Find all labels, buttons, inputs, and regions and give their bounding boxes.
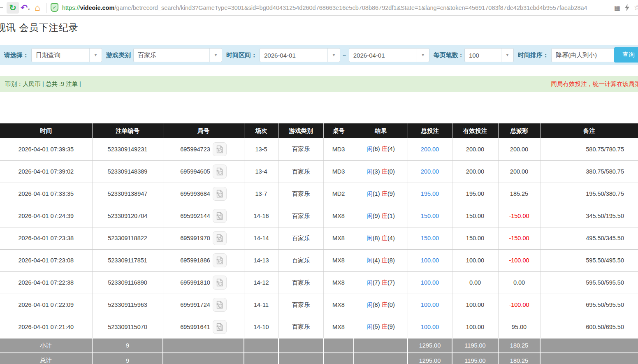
video-replay-button[interactable]: [213, 298, 227, 312]
footer-valid-bet: 1195.00: [452, 353, 498, 364]
session: 13-5: [244, 138, 278, 160]
chevron-down-icon: ▼: [209, 49, 222, 62]
refresh-icon[interactable]: ↻: [7, 2, 19, 14]
footer-empty: [163, 353, 244, 364]
footer-empty: [278, 338, 323, 353]
video-replay-button[interactable]: [213, 187, 227, 201]
round-cell: 695994605: [163, 160, 244, 183]
search-button[interactable]: 查询: [614, 47, 638, 63]
valid-bet: 200.00: [452, 160, 498, 183]
table-id: MD3: [323, 160, 354, 183]
date-to-select[interactable]: 2026-04-01 ▼: [349, 48, 429, 62]
bet-id: 523309120704: [92, 205, 163, 227]
result-player: 闲: [367, 235, 373, 241]
game-type: 百家乐: [278, 316, 323, 338]
query-mode-select[interactable]: 日期查询 ▼: [31, 48, 102, 62]
footer-empty: [323, 338, 354, 353]
home-icon[interactable]: ⌂: [31, 2, 44, 14]
total-bet-cell: 200.00: [408, 160, 452, 183]
table-id: MX8: [323, 205, 354, 227]
note: 595.50/495.50: [540, 249, 638, 271]
url-host: videoie.com: [80, 5, 115, 11]
date-from-select[interactable]: 2026-04-01 ▼: [260, 48, 340, 62]
footer-empty: [278, 353, 323, 364]
bet-time: 2026-04-01 07:23:08: [0, 249, 92, 271]
footer-total-bet: 1295.00: [408, 338, 452, 353]
column-header-10: 备注: [540, 123, 638, 138]
total-bet-link[interactable]: 100.00: [421, 301, 439, 308]
footer-total-bet: 1295.00: [408, 353, 452, 364]
subtotal-row: 小计91295.001195.00180.25: [0, 338, 638, 353]
summary-bar: 币别：人民币 | 总共 :9 注单 | 同局有效投注，统一计算在该局第: [0, 76, 638, 92]
total-bet-link[interactable]: 200.00: [421, 168, 439, 175]
footer-total-payout: 180.25: [498, 338, 540, 353]
result-banker: 庄: [382, 213, 388, 219]
session: 14-13: [244, 249, 278, 271]
total-payout: -150.00: [498, 227, 540, 249]
round-id: 695994605: [180, 168, 210, 175]
valid-bet: 100.00: [452, 316, 498, 338]
video-replay-button[interactable]: [213, 142, 227, 156]
total-bet-cell: 100.00: [408, 271, 452, 294]
bet-time: 2026-04-01 07:22:38: [0, 271, 92, 294]
total-bet-link[interactable]: 100.00: [421, 279, 439, 286]
round-id: 695992144: [180, 213, 210, 219]
footer-empty: [323, 353, 354, 364]
total-bet-link[interactable]: 100.00: [421, 257, 439, 264]
video-replay-button[interactable]: [213, 320, 227, 334]
video-replay-button[interactable]: [213, 209, 227, 223]
footer-total-payout: 180.25: [498, 353, 540, 364]
game-type-select[interactable]: 百家乐 ▼: [133, 48, 222, 62]
result-banker: 庄: [382, 235, 388, 241]
footer-count: 9: [92, 353, 163, 364]
security-shield-icon[interactable]: ✓: [51, 3, 58, 12]
date-range-label: 时间区间：: [226, 51, 257, 59]
round-cell: 695994723: [163, 138, 244, 160]
game-type: 百家乐: [278, 138, 323, 160]
table-row: 2026-04-01 07:23:38523309118822695991970…: [0, 227, 638, 249]
valid-bet: 100.00: [452, 294, 498, 316]
qr-code-icon[interactable]: ▦: [614, 4, 620, 12]
result-banker: 庄: [382, 279, 388, 286]
bet-id: 523309118822: [92, 227, 163, 249]
video-replay-button[interactable]: [213, 165, 227, 179]
date-from-value: 2026-04-01: [260, 49, 327, 62]
column-header-8: 有效投注: [452, 123, 498, 138]
round-id: 695991886: [180, 257, 210, 264]
total-bet-link[interactable]: 100.00: [421, 324, 439, 330]
bet-records-table: 时间注单编号局号场次游戏类别桌号结果总投注有效投注总派彩备注 2026-04-0…: [0, 123, 638, 364]
video-replay-button[interactable]: [213, 231, 227, 245]
footer-note: [540, 338, 638, 353]
video-replay-button[interactable]: [213, 276, 227, 290]
table-row: 2026-04-01 07:23:08523309117851695991886…: [0, 249, 638, 271]
result-player: 闲: [367, 279, 373, 286]
result-banker-value: (4): [387, 146, 395, 152]
session: 14-14: [244, 227, 278, 249]
total-bet-link[interactable]: 200.00: [421, 146, 439, 153]
address-bar[interactable]: https://videoie.com/game/betrecord_searc…: [62, 5, 612, 11]
table-id: MD3: [323, 138, 354, 160]
result-banker-value: (9): [387, 323, 395, 330]
total-bet-cell: 195.00: [408, 183, 452, 205]
lightning-icon[interactable]: [624, 4, 630, 11]
round-id: 695991970: [180, 235, 210, 241]
chevron-down-icon: ▼: [327, 49, 340, 62]
page-size-select[interactable]: 100 ▼: [464, 48, 514, 62]
currency-total-text: 币别：人民币 | 总共 :9 注单 |: [5, 80, 81, 88]
date-to-value: 2026-04-01: [349, 49, 417, 62]
back-icon[interactable]: [0, 7, 3, 8]
total-payout: -100.00: [498, 294, 540, 316]
browser-toolbar: ↻ ↶ ▾ ⌂ ✓ https://videoie.com/game/betre…: [0, 0, 638, 16]
total-bet-link[interactable]: 150.00: [421, 213, 439, 219]
footer-count: 9: [92, 338, 163, 353]
total-bet-link[interactable]: 195.00: [421, 190, 439, 197]
table-row: 2026-04-01 07:39:02523309148389695994605…: [0, 160, 638, 183]
result-banker-value: (9): [387, 190, 395, 197]
video-replay-button[interactable]: [213, 253, 227, 267]
bookmark-star-icon[interactable]: ☆: [634, 3, 638, 12]
undo-icon[interactable]: ↶ ▾: [19, 2, 31, 14]
result-player: 闲: [367, 323, 373, 330]
table-row: 2026-04-01 07:22:09523309115963695991724…: [0, 294, 638, 316]
total-bet-link[interactable]: 150.00: [421, 235, 439, 241]
note: 600.50/695.50: [540, 316, 638, 338]
